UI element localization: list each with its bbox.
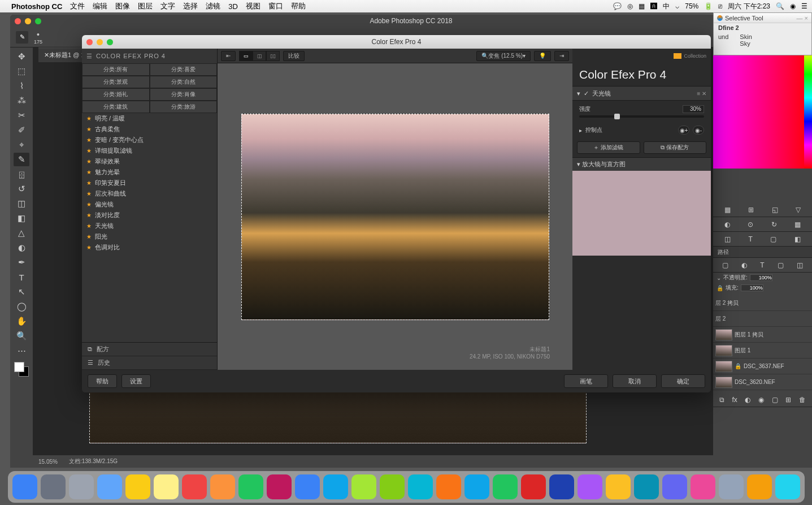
crop-tool[interactable]: ✂ xyxy=(14,109,29,122)
dock-app-20[interactable] xyxy=(577,474,602,499)
slider-thumb[interactable] xyxy=(614,114,620,119)
brush-icon[interactable]: ✎ xyxy=(16,31,28,44)
icon[interactable]: ◐ xyxy=(724,221,730,228)
menu-image[interactable]: 图像 xyxy=(115,1,130,11)
blur-tool[interactable]: △ xyxy=(14,226,29,240)
section-menu-icon[interactable]: ≡ ✕ xyxy=(697,90,706,97)
cat-nature[interactable]: 分类:自然 xyxy=(150,76,218,88)
icon[interactable]: ◫ xyxy=(724,235,731,243)
dock-app-21[interactable] xyxy=(606,474,631,499)
filter-item[interactable]: ★天光镜 xyxy=(82,221,217,231)
help-button[interactable]: 帮助 xyxy=(88,374,117,388)
preset-skin[interactable]: Skin xyxy=(740,33,752,40)
dock-app-13[interactable] xyxy=(380,474,405,499)
dock-app-12[interactable] xyxy=(351,474,376,499)
star-icon[interactable]: ★ xyxy=(86,126,92,132)
cancel-button[interactable]: 取消 xyxy=(613,374,657,388)
lasso-tool[interactable]: ⌇ xyxy=(14,79,29,93)
link-icon[interactable]: ⧉ xyxy=(719,396,724,404)
star-icon[interactable]: ★ xyxy=(86,201,92,208)
dodge-tool[interactable]: ◐ xyxy=(14,241,29,254)
color-swatch[interactable] xyxy=(14,362,29,377)
filter-item[interactable]: ★阳光 xyxy=(82,231,217,242)
dock-app-6[interactable] xyxy=(182,474,207,499)
brush-button[interactable]: 画笔 xyxy=(564,374,608,388)
history-tab[interactable]: ☰历史 xyxy=(82,356,217,370)
single-view[interactable]: ▭ xyxy=(239,51,253,61)
filter-item[interactable]: ★古典柔焦 xyxy=(82,124,217,135)
menu-help[interactable]: 帮助 xyxy=(291,1,306,11)
loupe-header[interactable]: ▾ 放大镜与直方图 xyxy=(572,157,711,171)
tray-icon[interactable]: ▦ xyxy=(639,2,645,10)
mask-icon[interactable]: ◐ xyxy=(745,396,750,404)
filter-item[interactable]: ★层次和曲线 xyxy=(82,188,217,199)
star-icon[interactable]: ★ xyxy=(86,244,92,251)
compare-button[interactable]: 比较 xyxy=(283,51,305,61)
filter-item[interactable]: ★淡对比度 xyxy=(82,210,217,221)
star-icon[interactable]: ★ xyxy=(86,115,92,122)
split-view[interactable]: ◫ xyxy=(253,51,266,61)
recipe-tab[interactable]: ⧉配方 xyxy=(82,343,217,356)
filter-item[interactable]: ★明亮 / 温暖 xyxy=(82,113,217,124)
dock-app-5[interactable] xyxy=(154,474,179,499)
maximize-icon[interactable] xyxy=(35,18,41,24)
marquee-tool[interactable]: ⬚ xyxy=(14,64,29,78)
icon[interactable]: ↻ xyxy=(771,221,777,228)
filter-item[interactable]: ★色调对比 xyxy=(82,242,217,253)
dock-app-23[interactable] xyxy=(662,474,687,499)
dock-app-10[interactable] xyxy=(295,474,320,499)
cat-wedding[interactable]: 分类:婚礼 xyxy=(82,88,150,101)
cat-travel[interactable]: 分类:旅游 xyxy=(150,101,218,113)
menu-3d[interactable]: 3D xyxy=(228,2,238,11)
gradient-tool[interactable]: ◧ xyxy=(14,212,29,225)
loupe-view[interactable] xyxy=(572,171,711,256)
add-filter-button[interactable]: ＋ 添加滤镜 xyxy=(577,141,640,154)
eraser-tool[interactable]: ◫ xyxy=(14,197,29,210)
filter-item[interactable]: ★翠绿效果 xyxy=(82,156,217,167)
minimize-icon[interactable] xyxy=(25,18,31,24)
icon[interactable]: ▢ xyxy=(770,235,776,243)
layer-row[interactable]: 层 2 xyxy=(713,311,812,327)
s-icon[interactable]: ⎚ xyxy=(718,2,722,10)
dock-app-27[interactable] xyxy=(775,474,800,499)
menu-edit[interactable]: 编辑 xyxy=(93,1,107,11)
menu-window[interactable]: 窗口 xyxy=(268,1,283,11)
menu-view[interactable]: 视图 xyxy=(246,1,260,11)
icon[interactable]: ◫ xyxy=(797,261,803,269)
ok-button[interactable]: 确定 xyxy=(661,374,705,388)
stamp-tool[interactable]: ⌹ xyxy=(14,167,29,181)
dock-app-3[interactable] xyxy=(97,474,122,499)
dock-app-8[interactable] xyxy=(238,474,263,499)
menu-file[interactable]: 文件 xyxy=(70,1,85,11)
icon[interactable]: T xyxy=(748,235,752,243)
dock-app-26[interactable] xyxy=(747,474,772,499)
panel-toggle-button[interactable]: ⇤ xyxy=(221,51,236,61)
zoom-tool[interactable]: 🔍 xyxy=(14,329,29,343)
clock[interactable]: 周六 下午2:23 xyxy=(728,2,770,11)
layer-row[interactable]: DSC_3620.NEF xyxy=(713,374,812,390)
dock-app-11[interactable] xyxy=(323,474,348,499)
cat-arch[interactable]: 分类:建筑 xyxy=(82,101,150,113)
cat-portrait[interactable]: 分类:肖像 xyxy=(150,88,218,101)
icon[interactable]: ◧ xyxy=(794,235,801,243)
dock-app-2[interactable] xyxy=(69,474,94,499)
panel-toggle-right[interactable]: ⇥ xyxy=(554,51,569,61)
icon[interactable]: ◱ xyxy=(772,206,778,214)
star-icon[interactable]: ★ xyxy=(86,191,92,197)
star-icon[interactable]: ★ xyxy=(86,148,92,154)
save-recipe-button[interactable]: ⧉ 保存配方 xyxy=(644,141,707,154)
filter-item[interactable]: ★印第安夏日 xyxy=(82,178,217,188)
filter-item[interactable]: ★详细提取滤镜 xyxy=(82,145,217,156)
settings-button[interactable]: 设置 xyxy=(121,374,151,388)
maximize-icon[interactable] xyxy=(107,39,113,45)
ps-traffic-lights[interactable] xyxy=(15,18,41,24)
cat-fav[interactable]: 分类:喜爱 xyxy=(150,63,218,76)
fx-icon[interactable]: fx xyxy=(732,396,737,404)
brush-tool[interactable]: ✎ xyxy=(14,153,29,166)
dock-app-14[interactable] xyxy=(408,474,433,499)
filter-item[interactable]: ★变暗 / 变亮中心点 xyxy=(82,135,217,145)
history-brush-tool[interactable]: ↺ xyxy=(14,182,29,196)
input-icon[interactable]: 🅰︎ xyxy=(650,2,657,10)
star-icon[interactable]: ★ xyxy=(86,137,92,143)
layer-row[interactable]: 图层 1 xyxy=(713,343,812,359)
